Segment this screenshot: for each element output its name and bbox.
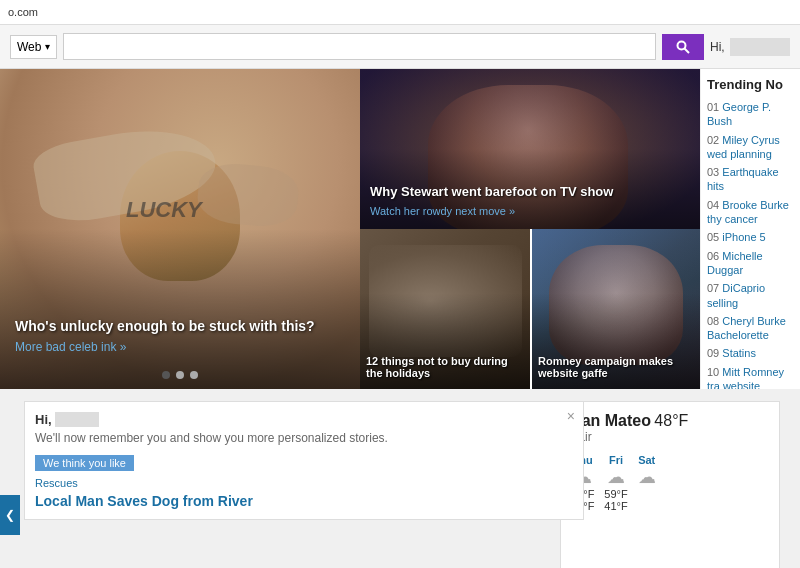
weather-condition: Fair <box>571 430 769 444</box>
carousel-dots <box>162 371 198 379</box>
trending-item[interactable]: 03 Earthquake hits <box>707 165 794 194</box>
bottom-right-story[interactable]: Romney campaign makes website gaffe <box>530 229 700 389</box>
bottom-left-wrapper: ❮ × Hi, We'll now remember you and show … <box>0 393 560 568</box>
fri-label: Fri <box>604 454 627 466</box>
search-button[interactable] <box>662 34 704 60</box>
fri-temps: 59°F41°F <box>604 488 627 512</box>
sat-temps <box>638 488 656 500</box>
trending-panel: Trending No 01 George P. Bush02 Miley Cy… <box>700 69 800 389</box>
bottom-section: ❮ × Hi, We'll now remember you and show … <box>0 393 800 568</box>
dot-1[interactable] <box>162 371 170 379</box>
dot-2[interactable] <box>176 371 184 379</box>
weather-temp: 48°F <box>654 412 688 429</box>
category-label[interactable]: Rescues <box>35 477 573 489</box>
feature-link[interactable]: More bad celeb ink » <box>15 340 126 354</box>
middle-section: Why Stewart went barefoot on TV show Wat… <box>360 69 700 389</box>
trending-item[interactable]: 07 DiCaprio selling <box>707 281 794 310</box>
trending-list: 01 George P. Bush02 Miley Cyrus wed plan… <box>707 100 794 389</box>
middle-top-link[interactable]: Watch her rowdy next move » <box>370 205 515 217</box>
trend-num: 06 <box>707 250 722 262</box>
trending-item[interactable]: 08 Cheryl Burke Bachelorette <box>707 314 794 343</box>
trend-num: 03 <box>707 166 722 178</box>
left-feature-panel[interactable]: LUCKY Who's unlucky enough to be stuck w… <box>0 69 360 389</box>
search-icon <box>676 40 690 54</box>
sat-label: Sat <box>638 454 656 466</box>
dot-3[interactable] <box>190 371 198 379</box>
address-bar: o.com <box>8 6 38 18</box>
username-display <box>730 38 790 56</box>
search-type-label: Web <box>17 40 41 54</box>
nav-arrow-button[interactable]: ❮ <box>0 495 20 535</box>
trend-num: 04 <box>707 199 722 211</box>
svg-point-0 <box>677 41 685 49</box>
personalized-panel: × Hi, We'll now remember you and show yo… <box>24 401 584 520</box>
hi-text: Hi, <box>35 412 573 427</box>
personalized-username <box>55 412 99 427</box>
trend-num: 02 <box>707 134 722 146</box>
trend-num: 10 <box>707 366 722 378</box>
main-content: LUCKY Who's unlucky enough to be stuck w… <box>0 69 800 389</box>
svg-line-1 <box>684 48 689 53</box>
feature-caption: Who's unlucky enough to be stuck with th… <box>15 318 315 334</box>
personalized-subtitle: We'll now remember you and show you more… <box>35 431 573 445</box>
middle-bottom: 12 things not to buy during the holidays… <box>360 229 700 389</box>
forecast-fri: Fri ☁ 59°F41°F <box>604 454 627 512</box>
trending-item[interactable]: 02 Miley Cyrus wed planning <box>707 133 794 162</box>
search-input[interactable] <box>63 33 656 60</box>
trending-item[interactable]: 10 Mitt Romney tra website <box>707 365 794 389</box>
fri-cloud-icon: ☁ <box>604 466 627 488</box>
trending-item[interactable]: 05 iPhone 5 <box>707 230 794 244</box>
trend-num: 08 <box>707 315 722 327</box>
forecast: Thu ☁ 59°F43°F Fri ☁ 59°F41°F Sat ☁ <box>571 454 769 512</box>
trend-num: 07 <box>707 282 722 294</box>
trending-title: Trending No <box>707 77 794 92</box>
middle-top-caption: Why Stewart went barefoot on TV show <box>370 184 613 199</box>
search-type-dropdown[interactable]: Web ▾ <box>10 35 57 59</box>
trending-item[interactable]: 04 Brooke Burke thy cancer <box>707 198 794 227</box>
weather-panel: San Mateo 48°F Fair Thu ☁ 59°F43°F Fri ☁… <box>560 401 780 568</box>
trend-num: 01 <box>707 101 722 113</box>
search-bar: Web ▾ Hi, <box>0 25 800 69</box>
user-greeting: Hi, <box>710 40 790 54</box>
forecast-sat: Sat ☁ <box>638 454 656 512</box>
middle-top-story[interactable]: Why Stewart went barefoot on TV show Wat… <box>360 69 700 229</box>
trending-item[interactable]: 06 Michelle Duggar <box>707 249 794 278</box>
article-title[interactable]: Local Man Saves Dog from River <box>35 493 573 509</box>
trending-item[interactable]: 01 George P. Bush <box>707 100 794 129</box>
dropdown-arrow-icon: ▾ <box>45 41 50 52</box>
browser-bar: o.com <box>0 0 800 25</box>
sat-cloud-icon: ☁ <box>638 466 656 488</box>
weather-header: San Mateo 48°F <box>571 412 769 430</box>
trending-item[interactable]: 09 Statins <box>707 346 794 360</box>
close-button[interactable]: × <box>567 408 575 424</box>
bottom-right-caption: Romney campaign makes website gaffe <box>538 355 694 379</box>
bottom-left-caption: 12 things not to buy during the holidays <box>366 355 524 379</box>
trend-num: 05 <box>707 231 722 243</box>
bottom-left-story[interactable]: 12 things not to buy during the holidays <box>360 229 530 389</box>
trend-num: 09 <box>707 347 722 359</box>
we-think-badge: We think you like <box>35 455 134 471</box>
